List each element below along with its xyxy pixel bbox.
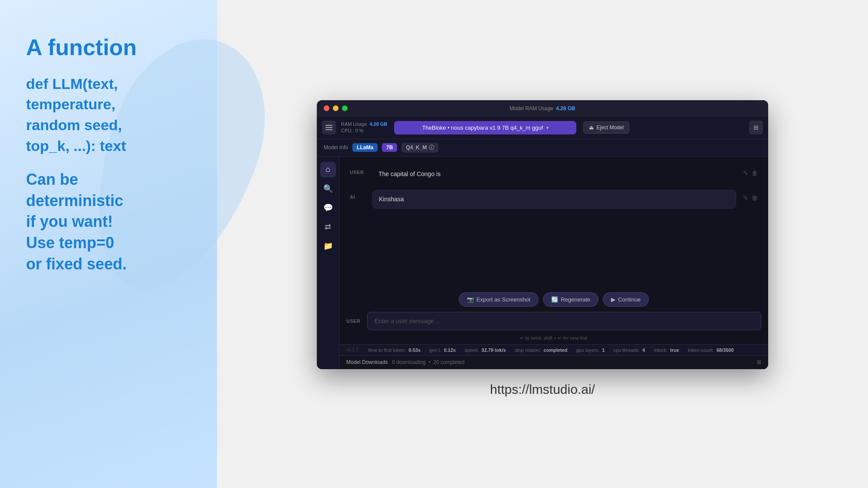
regenerate-button[interactable]: 🔄 Regenerate — [543, 292, 598, 307]
gpu-layers: gpu layers: 1 — [576, 347, 605, 353]
main-content: ⌂ 🔍 💬 ⇄ 📁 — [317, 157, 768, 369]
continue-icon: ▶ — [611, 296, 615, 303]
chat-messages: USER The capital of Congo is ✎ 🗑 AI — [339, 157, 768, 287]
model-selector-button[interactable]: TheBloke • nous capybara v1 9 7B q4_k_m … — [394, 121, 576, 134]
message-row-ai: AI Kinshasa ✎ 🗑 — [350, 190, 758, 209]
export-label: Export as Screenshot — [477, 296, 530, 303]
sidebar-item-search[interactable]: 🔍 — [320, 181, 336, 197]
badge-quant[interactable]: Q4_K_M ⓘ — [401, 143, 438, 153]
bottom-actions: 📷 Export as Screenshot 🔄 Regenerate ▶ Co… — [339, 287, 768, 312]
layout-icon: ⊞ — [753, 124, 759, 131]
window-layout-button[interactable]: ⊞ — [749, 121, 763, 134]
desc-line-2: deterministic — [26, 190, 195, 212]
continue-label: Continue — [618, 296, 641, 303]
regenerate-icon: 🔄 — [551, 296, 558, 303]
code-block: def LLM(text, temperature, random seed, … — [26, 74, 195, 156]
eject-icon: ⏏ — [589, 124, 594, 131]
eject-label: Eject Model — [596, 124, 624, 131]
toolbar-left: RAM Usage 4.28 GB CPU: 0 % — [322, 121, 387, 134]
cpu-usage: CPU: 0 % — [341, 128, 387, 134]
toolbar: RAM Usage 4.28 GB CPU: 0 % TheBloke • no… — [317, 117, 768, 139]
delete-ai-icon[interactable]: 🗑 — [752, 194, 758, 201]
headline: A function — [26, 35, 195, 61]
user-role-label: USER — [350, 165, 365, 175]
status-stats: time to first token: 0.53s gen t: 0.12s … — [368, 347, 734, 353]
traffic-lights — [324, 105, 348, 111]
ai-message-actions: ✎ 🗑 — [743, 190, 758, 201]
info-icon: ⓘ — [429, 144, 434, 151]
speed: speed: 32.79 tok/s — [464, 347, 506, 353]
downloads-tab-label[interactable]: Model Downloads — [346, 359, 388, 365]
badge-llama[interactable]: LLaMa — [352, 143, 378, 152]
status-bar: v0.2.7 time to first token: 0.53s gen t:… — [339, 344, 768, 355]
export-screenshot-button[interactable]: 📷 Export as Screenshot — [459, 292, 539, 307]
sidebar-toggle-icon — [326, 125, 332, 130]
ai-role-label: AI — [350, 190, 365, 200]
badge-7b[interactable]: 7B — [382, 143, 397, 152]
time-to-first: time to first token: 0.53s — [368, 347, 421, 353]
message-row-user: USER The capital of Congo is ✎ 🗑 — [350, 165, 758, 183]
message-input[interactable] — [367, 312, 761, 330]
downloads-bar: Model Downloads 0 downloading • 20 compl… — [339, 355, 768, 369]
website-url: https://lmstudio.ai/ — [490, 382, 595, 397]
title-prefix: Model RAM Usage — [510, 105, 553, 111]
model-info-bar: Model Info LLaMa 7B Q4_K_M ⓘ — [317, 139, 768, 157]
shortcut-hint: ↵ to send, shift + ↵ for new line — [339, 334, 768, 344]
left-panel: A function def LLM(text, temperature, ra… — [0, 0, 217, 488]
desc-line-3: if you want! — [26, 211, 195, 233]
folder-icon: 📁 — [323, 241, 333, 251]
eject-model-button[interactable]: ⏏ Eject Model — [583, 121, 629, 134]
app-window: Model RAM Usage 4.28 GB RAM Usage 4.28 G… — [317, 100, 768, 369]
sidebar: ⌂ 🔍 💬 ⇄ 📁 — [317, 157, 339, 369]
downloads-status: 0 downloading • 20 completed — [392, 359, 464, 365]
window-title: Model RAM Usage 4.28 GB — [510, 105, 575, 111]
ram-usage-label: RAM Usage 4.28 GB — [341, 121, 387, 128]
sidebar-item-arrows[interactable]: ⇄ — [320, 219, 336, 235]
ram-info: RAM Usage 4.28 GB CPU: 0 % — [341, 121, 387, 134]
delete-message-icon[interactable]: 🗑 — [752, 170, 758, 177]
code-line-3: random seed, — [26, 115, 195, 136]
left-text-content: A function def LLM(text, temperature, ra… — [0, 0, 217, 275]
input-user-label: USER — [346, 318, 362, 324]
chevron-down-icon: ▾ — [546, 125, 549, 130]
right-panel: Model RAM Usage 4.28 GB RAM Usage 4.28 G… — [217, 0, 868, 488]
code-line-2: temperature, — [26, 94, 195, 115]
desc-line-5: or fixed seed. — [26, 254, 195, 275]
downloads-icon: ⊞ — [757, 359, 761, 365]
arrows-icon: ⇄ — [325, 222, 331, 232]
chat-area: USER The capital of Congo is ✎ 🗑 AI — [339, 157, 768, 369]
mlock: mlock: true — [654, 347, 679, 353]
stop-reason: stop reason: completed — [515, 347, 568, 353]
sidebar-item-home[interactable]: ⌂ — [320, 162, 336, 177]
home-icon: ⌂ — [326, 165, 330, 174]
edit-ai-icon[interactable]: ✎ — [743, 194, 748, 201]
minimize-button[interactable] — [333, 105, 339, 111]
input-area: USER — [339, 312, 768, 334]
code-line-1: def LLM(text, — [26, 74, 195, 95]
user-message-actions: ✎ 🗑 — [743, 165, 758, 177]
gen-t: gen t: 0.12s — [429, 347, 456, 353]
title-ram-value: 4.28 GB — [556, 105, 575, 111]
search-icon: 🔍 — [323, 184, 333, 193]
sidebar-item-folder[interactable]: 📁 — [320, 238, 336, 254]
model-name-label: TheBloke • nous capybara v1 9 7B q4_k_m … — [422, 124, 543, 131]
version-label: v0.2.7 — [346, 347, 358, 352]
title-bar: Model RAM Usage 4.28 GB — [317, 100, 768, 117]
ram-usage-value: 4.28 GB — [369, 121, 387, 127]
cpu-threads: cpu threads: 4 — [613, 347, 645, 353]
desc-line-1: Can be — [26, 169, 195, 190]
description: Can be deterministic if you want! Use te… — [26, 169, 195, 275]
desc-line-4: Use temp=0 — [26, 233, 195, 254]
chat-icon: 💬 — [323, 203, 333, 213]
sidebar-item-chat[interactable]: 💬 — [320, 200, 336, 216]
close-button[interactable] — [324, 105, 329, 111]
code-line-4: top_k, ...): text — [26, 136, 195, 157]
regenerate-label: Regenerate — [561, 296, 590, 303]
maximize-button[interactable] — [342, 105, 348, 111]
sidebar-toggle-button[interactable] — [322, 121, 336, 134]
token-count: token count: 68/3500 — [688, 347, 734, 353]
ai-message-content: Kinshasa — [372, 190, 736, 209]
model-info-label: Model Info — [324, 144, 348, 151]
edit-message-icon[interactable]: ✎ — [743, 170, 748, 177]
continue-button[interactable]: ▶ Continue — [603, 292, 649, 307]
